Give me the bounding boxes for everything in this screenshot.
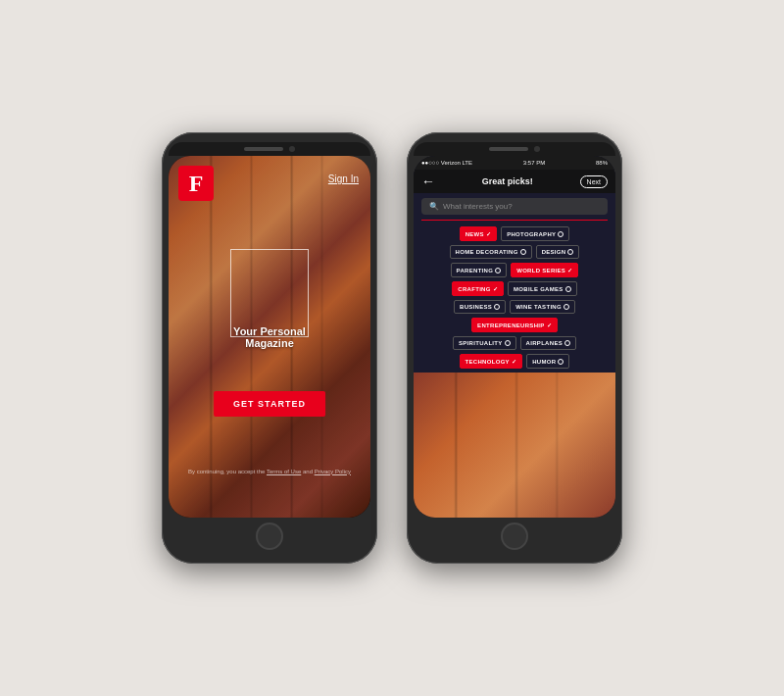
tags-row-5: BUSINESS WINE TASTING — [419, 300, 610, 314]
tags-row-6: ENTREPRENEURSHIP ✓ — [419, 318, 610, 332]
tag-photography[interactable]: PHOTOGRAPHY — [501, 226, 569, 241]
back-button[interactable]: ← — [421, 174, 435, 189]
carrier-text: ●●○○○ Verizon LTE — [421, 160, 472, 166]
tag-world-series[interactable]: WORLD SERIES ✓ — [511, 263, 578, 277]
search-bar[interactable]: 🔍 What interests you? — [421, 198, 608, 215]
tags-row-3: PARENTING WORLD SERIES ✓ — [419, 263, 610, 277]
tagline-text: Your Personal Magazine — [233, 325, 306, 349]
tag-mobile-games[interactable]: MOBILE GAMES — [508, 281, 577, 296]
phone-camera-2 — [534, 146, 540, 152]
tag-news[interactable]: NEWS ✓ — [460, 226, 498, 241]
tag-business[interactable]: BUSINESS — [454, 300, 506, 314]
tags-row-7: SPIRITUALITY AIRPLANES — [419, 336, 610, 350]
tag-humor[interactable]: HUMOR — [526, 354, 569, 369]
search-icon: 🔍 — [429, 202, 439, 211]
tag-spirituality[interactable]: SPIRITUALITY — [453, 336, 516, 350]
home-button-2[interactable] — [501, 522, 528, 550]
tag-design[interactable]: DESIGN — [536, 245, 580, 259]
get-started-button[interactable]: GET STARTED — [214, 391, 325, 417]
tag-entrepreneurship[interactable]: ENTREPRENEURSHIP ✓ — [471, 318, 558, 332]
sign-in-link[interactable]: Sign In — [328, 174, 359, 184]
tag-crafting[interactable]: CRAFTING ✓ — [452, 281, 504, 296]
nav-title: Great picks! — [482, 176, 533, 186]
tags-row-1: NEWS ✓ PHOTOGRAPHY — [419, 226, 610, 241]
time-text: 3:57 PM — [523, 160, 545, 166]
phone-camera — [289, 146, 295, 152]
next-button[interactable]: Next — [580, 175, 608, 188]
phone-interests: ●●○○○ Verizon LTE 3:57 PM 88% ← Great pi… — [407, 132, 622, 564]
tags-row-4: CRAFTING ✓ MOBILE GAMES — [419, 281, 610, 296]
search-placeholder: What interests you? — [443, 202, 513, 211]
tags-row-8: TECHNOLOGY ✓ HUMOR — [419, 354, 610, 369]
tag-parenting[interactable]: PARENTING — [451, 263, 508, 277]
tag-wine-tasting[interactable]: WINE TASTING — [510, 300, 575, 314]
flipboard-logo: F — [178, 166, 214, 201]
canyon-background-2 — [414, 373, 615, 518]
tag-home-decorating[interactable]: HOME DECORATING — [450, 245, 532, 259]
phone-speaker — [244, 147, 283, 151]
home-button[interactable] — [256, 522, 283, 550]
tags-row-2: HOME DECORATING DESIGN — [419, 245, 610, 259]
tag-airplanes[interactable]: AIRPLANES — [520, 336, 576, 350]
phone-login: F Sign In Your Personal Magazine GET STA… — [162, 132, 377, 564]
phone-speaker-2 — [489, 147, 528, 151]
battery-text: 88% — [596, 160, 608, 166]
status-bar: ●●○○○ Verizon LTE 3:57 PM 88% — [414, 156, 615, 170]
flipboard-f-letter: F — [189, 172, 204, 195]
magazine-outline-box — [230, 249, 309, 337]
nav-bar: ← Great picks! Next — [414, 170, 615, 193]
tag-technology[interactable]: TECHNOLOGY ✓ — [460, 354, 523, 369]
disclaimer-text: By continuing, you accept the Terms of U… — [188, 469, 351, 474]
